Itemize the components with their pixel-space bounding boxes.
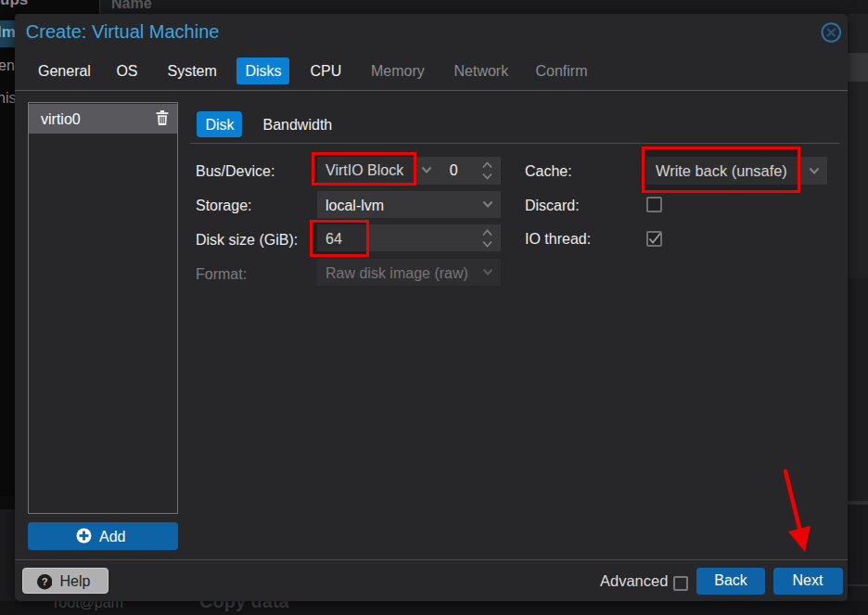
svg-text:?: ? xyxy=(41,576,47,587)
